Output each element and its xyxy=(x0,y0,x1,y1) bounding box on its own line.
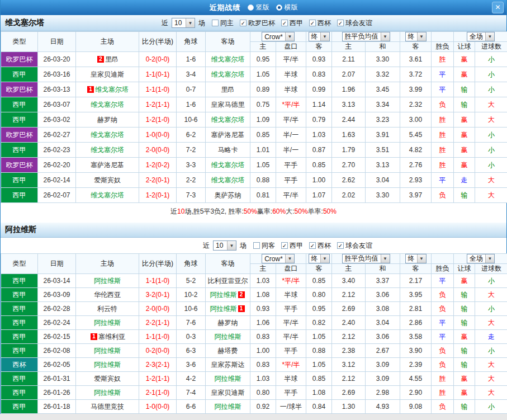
same-side-filter-label: 同客 xyxy=(262,241,275,251)
goals-result-cell: 小 xyxy=(475,52,507,67)
avg-home-cell: 1.79 xyxy=(332,143,366,158)
layout-radio-vertical[interactable]: 竖版 xyxy=(248,3,269,12)
handicap-cell: 半球 xyxy=(276,372,306,386)
home-odds-cell: 0.83 xyxy=(250,330,276,344)
results-table-celta: 类型 日期 主场 比分(半场) 角球 客场 Crow*▼ 终▼ 胜平负均值▼ 终… xyxy=(1,31,507,203)
league-cell: 西甲 xyxy=(1,173,38,188)
team-name: 比利亚雷亚尔 xyxy=(208,277,248,285)
final-odds-select[interactable]: 终▼ xyxy=(309,254,330,263)
handicap-result-cell: 赢 xyxy=(454,386,475,400)
odds-source-select[interactable]: Crow*▼ xyxy=(262,32,295,41)
handicap-result-cell: 输 xyxy=(454,400,475,414)
checkbox-icon xyxy=(253,242,260,249)
handicap-result-cell: 赢 xyxy=(454,143,475,158)
avg-draw-cell: 3.30 xyxy=(366,52,400,67)
recent-results-window: 近期战绩 竖版 横版 ✕ 维戈塞尔塔 近10▼场同主✓欧罗巴杯✓西甲✓西杯✓球会… xyxy=(0,0,507,414)
date-cell: 26-03-16 xyxy=(38,67,76,82)
avg-home-cell: 2.44 xyxy=(332,112,366,128)
league-cell: 西甲 xyxy=(1,372,38,386)
score-cell: 1-1(1-0) xyxy=(139,330,177,344)
handicap-result-header: 让球 xyxy=(454,264,475,274)
avg-home-header: 主 xyxy=(332,42,366,52)
full-match-select[interactable]: 全场▼ xyxy=(467,254,495,263)
final-avg-select[interactable]: 终▼ xyxy=(405,254,427,263)
handicap-cell: 半球 xyxy=(276,82,306,97)
result-cell: 负 xyxy=(432,97,454,112)
team-name: 利云特 xyxy=(97,305,117,313)
goals-result-cell: 小 xyxy=(475,128,507,143)
team-name: 皇家马德里 xyxy=(211,101,245,108)
away-team-cell: 皇家苏斯达 xyxy=(206,358,250,372)
match-row: 西甲26-01-31爱斯宾奴1-2(1-1)4-2阿拉维斯1.03半球0.852… xyxy=(1,372,507,386)
score-cell: 3-2(0-1) xyxy=(139,288,177,302)
final-odds-select[interactable]: 终▼ xyxy=(309,32,330,41)
layout-radio-horizontal[interactable]: 横版 xyxy=(276,3,298,12)
recent-count-select[interactable]: 10▼ xyxy=(172,18,195,28)
league-filter-label: 欧罗巴杯 xyxy=(248,18,275,28)
away-odds-cell: 0.80 xyxy=(306,288,332,302)
avg-odds-select[interactable]: 胜平负均值▼ xyxy=(342,32,390,41)
summary-segment: 60% xyxy=(272,207,286,215)
league-filter-checkbox[interactable]: ✓欧罗巴杯 xyxy=(240,18,275,28)
close-icon[interactable]: ✕ xyxy=(492,2,504,13)
league-filter-checkbox[interactable]: ✓西甲 xyxy=(281,18,303,28)
final-avg-value: 终 xyxy=(406,32,417,41)
final-avg-value: 终 xyxy=(406,254,417,263)
summary-segment: 50% xyxy=(323,207,337,215)
league-filter-checkbox[interactable]: ✓西杯 xyxy=(309,18,331,28)
recent-count-select[interactable]: 10▼ xyxy=(213,240,236,251)
avg-away-cell: 3.00 xyxy=(400,112,432,128)
away-odds-cell: 0.95 xyxy=(306,302,332,316)
team-name: 阿拉维斯 xyxy=(215,403,241,410)
same-side-filter-checkbox[interactable]: 同主 xyxy=(212,18,234,28)
league-filter-checkbox[interactable]: ✓球会友谊 xyxy=(337,18,372,28)
summary-segment: 赢率: xyxy=(257,207,272,216)
checkbox-icon: ✓ xyxy=(337,242,344,249)
team-name: 维戈塞尔塔 xyxy=(211,116,245,124)
avg-draw-cell: 2.98 xyxy=(366,386,400,400)
corners-cell: 6-6 xyxy=(177,400,206,414)
chevron-down-icon: ▼ xyxy=(417,254,426,263)
team-name: 奥萨苏纳 xyxy=(215,191,241,199)
away-team-cell: 维戈塞尔塔 xyxy=(206,173,250,188)
handicap-result-cell: 输 xyxy=(454,344,475,358)
avg-home-cell: 2.12 xyxy=(332,330,366,344)
team-name: 阿拉维斯 xyxy=(210,305,237,313)
league-filter-checkbox[interactable]: ✓球会友谊 xyxy=(337,241,372,251)
final-avg-select[interactable]: 终▼ xyxy=(405,32,427,41)
away-team-cell: 赫罗纳 xyxy=(206,316,250,330)
same-side-filter-checkbox[interactable]: 同客 xyxy=(253,241,275,251)
goals-result-cell: 小 xyxy=(475,143,507,158)
avg-draw-cell: 3.37 xyxy=(366,274,400,288)
home-team-cell: 阿拉维斯 xyxy=(76,316,139,330)
avg-away-cell: 3.61 xyxy=(400,52,432,67)
result-cell: 胜 xyxy=(432,112,454,128)
league-filter-checkbox[interactable]: ✓西甲 xyxy=(281,241,303,251)
avg-odds-select[interactable]: 胜平负均值▼ xyxy=(342,254,390,263)
team-name: 阿拉维斯 xyxy=(94,319,121,327)
away-team-cell: 维戈塞尔塔 xyxy=(206,67,250,82)
league-filter-checkbox[interactable]: ✓西杯 xyxy=(309,241,331,251)
full-match-select[interactable]: 全场▼ xyxy=(467,32,495,41)
home-team-cell: 2里昂 xyxy=(76,52,139,67)
team-name: 塞萨洛尼基 xyxy=(211,131,245,139)
home-team-cell: 1维戈塞尔塔 xyxy=(76,82,139,97)
team-name: 维戈塞尔塔 xyxy=(91,101,124,108)
window-title: 近期战绩 xyxy=(210,3,241,13)
chevron-down-icon: ▼ xyxy=(186,18,195,27)
away-odds-cell: 1.03 xyxy=(306,128,332,143)
home-column-header: 主场 xyxy=(76,32,139,52)
team-name: 赫塔费 xyxy=(218,347,238,355)
away-team-cell: 里昂 xyxy=(206,82,250,97)
handicap-cell: *平/半 xyxy=(276,358,306,372)
result-cell: 平 xyxy=(432,316,454,330)
goals-result-cell: 大 xyxy=(475,188,507,203)
corners-cell: 7-2 xyxy=(177,143,206,158)
odds-source-select[interactable]: Crow*▼ xyxy=(262,254,295,263)
avg-away-cell: 4.82 xyxy=(400,143,432,158)
avg-home-cell: 1.96 xyxy=(332,82,366,97)
result-cell: 负 xyxy=(432,188,454,203)
league-cell: 西甲 xyxy=(1,302,38,316)
handicap-cell: 平/半 xyxy=(276,316,306,330)
avg-draw-cell: 3.13 xyxy=(366,158,400,173)
